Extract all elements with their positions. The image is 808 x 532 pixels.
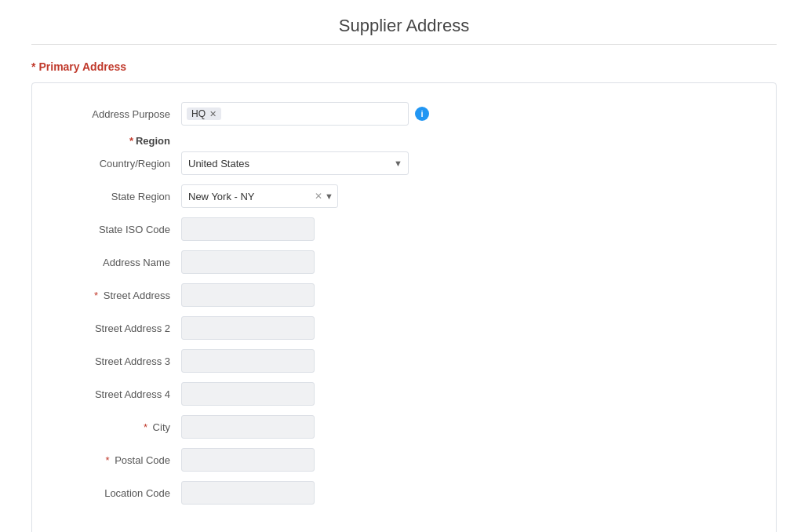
country-region-select[interactable]: United States Canada Mexico United Kingd… xyxy=(181,151,409,175)
postal-code-label-text: Postal Code xyxy=(115,454,170,466)
street-address-4-label: Street Address 4 xyxy=(56,388,181,400)
postal-code-input[interactable] xyxy=(181,448,315,472)
address-purpose-row: Address Purpose HQ ✕ i xyxy=(56,102,752,126)
state-region-clear-icon[interactable]: ✕ xyxy=(315,191,322,202)
hq-tag-value: HQ xyxy=(191,108,206,119)
city-asterisk: * xyxy=(144,421,147,433)
city-label-text: City xyxy=(153,421,170,433)
street-address-3-row: Street Address 3 xyxy=(56,349,752,373)
street-address-input[interactable] xyxy=(181,283,315,307)
state-iso-code-input[interactable] xyxy=(181,217,315,241)
address-name-input[interactable] xyxy=(181,250,315,274)
region-label-text: Region xyxy=(136,135,170,147)
region-asterisk: * xyxy=(129,135,133,147)
street-address-2-label: Street Address 2 xyxy=(56,322,181,334)
street-address-row: * Street Address xyxy=(56,283,752,307)
region-header-row: *Region xyxy=(56,135,752,147)
state-iso-code-row: State ISO Code xyxy=(56,217,752,241)
country-region-select-wrapper: United States Canada Mexico United Kingd… xyxy=(181,151,409,175)
address-purpose-input[interactable]: HQ ✕ xyxy=(181,102,409,126)
page-title: Supplier Address xyxy=(31,16,777,45)
city-row: * City xyxy=(56,415,752,439)
state-region-label: State Region xyxy=(56,191,181,202)
address-purpose-info-icon[interactable]: i xyxy=(415,107,429,121)
hq-tag: HQ ✕ xyxy=(187,107,221,120)
street-address-2-row: Street Address 2 xyxy=(56,316,752,340)
street-address-3-input[interactable] xyxy=(181,349,315,373)
state-region-row: State Region New York - NY California - … xyxy=(56,184,752,208)
street-address-label: * Street Address xyxy=(56,290,181,301)
region-header-label: *Region xyxy=(56,135,181,147)
section-header-label: Primary Address xyxy=(38,60,126,73)
country-region-row: Country/Region United States Canada Mexi… xyxy=(56,151,752,175)
city-input[interactable] xyxy=(181,415,315,439)
street-address-4-input[interactable] xyxy=(181,382,315,406)
country-region-label: Country/Region xyxy=(56,158,181,169)
postal-code-asterisk: * xyxy=(105,454,109,466)
address-purpose-label: Address Purpose xyxy=(56,108,181,120)
location-code-label: Location Code xyxy=(56,487,181,499)
address-name-row: Address Name xyxy=(56,250,752,274)
street-address-label-text: Street Address xyxy=(104,290,170,301)
postal-code-label: * Postal Code xyxy=(56,454,181,466)
state-iso-code-label: State ISO Code xyxy=(56,224,181,235)
street-address-2-input[interactable] xyxy=(181,316,315,340)
form-card: Address Purpose HQ ✕ i *Region Country/R… xyxy=(31,82,777,532)
section-header-asterisk: * xyxy=(31,60,35,73)
location-code-input[interactable] xyxy=(181,481,315,505)
location-code-row: Location Code xyxy=(56,481,752,505)
address-name-label: Address Name xyxy=(56,257,181,268)
postal-code-row: * Postal Code xyxy=(56,448,752,472)
section-header-primary-address: *Primary Address xyxy=(31,60,777,73)
street-address-asterisk: * xyxy=(94,290,98,301)
street-address-4-row: Street Address 4 xyxy=(56,382,752,406)
hq-tag-close[interactable]: ✕ xyxy=(209,109,217,119)
street-address-3-label: Street Address 3 xyxy=(56,355,181,367)
state-region-select-wrapper: New York - NY California - CA Texas - TX… xyxy=(181,184,338,208)
city-label: * City xyxy=(56,421,181,433)
